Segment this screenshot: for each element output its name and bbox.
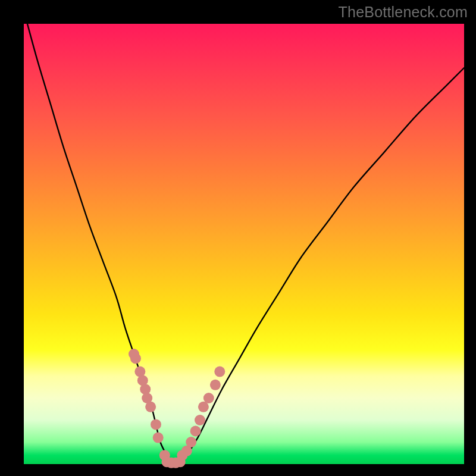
data-point-marker [145, 402, 156, 412]
data-point-marker [210, 380, 221, 390]
bottleneck-curve [24, 11, 464, 465]
data-point-marker [195, 415, 205, 425]
data-point-marker [186, 437, 196, 447]
chart-plot-area [24, 24, 464, 464]
data-point-marker [153, 433, 164, 443]
data-point-marker [130, 353, 141, 364]
data-point-marker [151, 419, 161, 430]
data-point-marker [140, 384, 151, 394]
data-point-marker [203, 393, 214, 403]
data-point-marker [175, 456, 186, 467]
watermark-text: TheBottleneck.com [339, 4, 468, 21]
data-point-marker [214, 367, 225, 377]
chart-svg [24, 24, 464, 464]
data-point-marker [190, 426, 201, 437]
chart-stage: TheBottleneck.com [0, 0, 476, 476]
data-point-markers [129, 349, 225, 468]
